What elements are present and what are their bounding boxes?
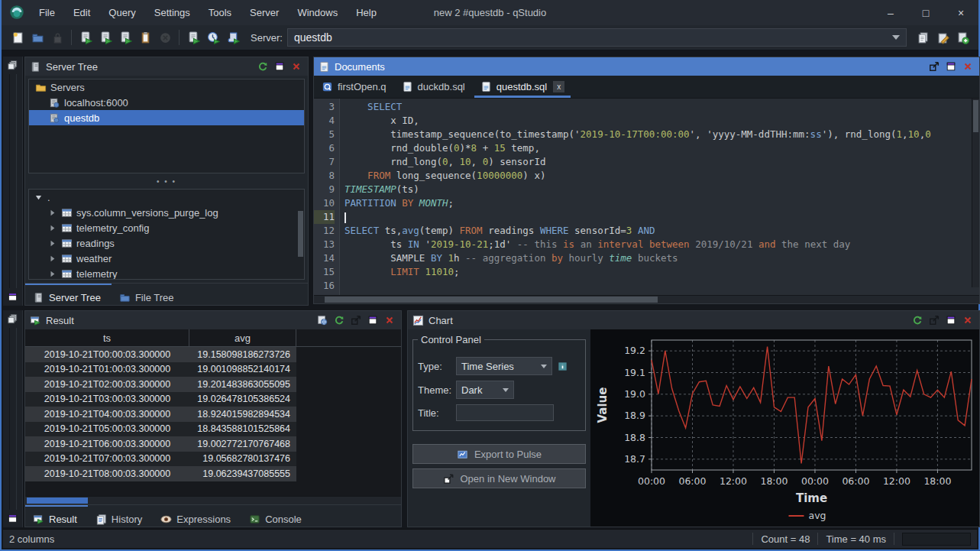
- code-line: TIMESTAMP(ts): [344, 183, 979, 196]
- stack-icon[interactable]: [7, 60, 18, 71]
- toolbar-button-doc-run[interactable]: [76, 28, 95, 47]
- table-row[interactable]: 2019-10-21T00:00:03.30000019.15809818627…: [25, 347, 296, 362]
- sidebar-tab-file-tree[interactable]: File Tree: [112, 284, 185, 306]
- panel-refresh-button[interactable]: [910, 313, 924, 327]
- menu-edit[interactable]: Edit: [65, 4, 99, 21]
- tree-node-server-localhost-6000[interactable]: localhost:6000: [29, 95, 304, 110]
- doc-run-icon: [119, 31, 132, 44]
- tree-scrollbar-thumb[interactable]: [298, 211, 303, 257]
- panel-maximize-button[interactable]: [944, 313, 958, 327]
- toolbar-button-doc-run[interactable]: [115, 28, 135, 47]
- tree-node-table-weather[interactable]: weather: [29, 251, 304, 266]
- toolbar-right-buttons: [913, 28, 972, 47]
- tree-node-table-readings[interactable]: readings: [29, 235, 304, 251]
- menu-settings[interactable]: Settings: [146, 4, 199, 21]
- menu-query[interactable]: Query: [100, 4, 144, 21]
- tree-node-table-telemetry[interactable]: telemetry: [29, 266, 304, 280]
- info-icon[interactable]: [557, 361, 568, 372]
- tree-node-servers[interactable]: Servers: [29, 79, 304, 95]
- tree-node-table-telemetry-config[interactable]: telemetry_config: [29, 220, 304, 235]
- toolbar-button-doc-run[interactable]: [95, 28, 115, 47]
- tab-close-icon[interactable]: x: [553, 81, 564, 92]
- tree-node-namespace[interactable]: .: [29, 190, 304, 205]
- column-header-ts[interactable]: ts: [25, 329, 189, 346]
- panel-close-button[interactable]: [961, 313, 975, 327]
- bottom-tab-result[interactable]: Result: [25, 505, 88, 528]
- document-tab-duckdb-sql[interactable]: duckdb.sql: [394, 76, 473, 98]
- menu-file[interactable]: File: [31, 4, 63, 21]
- stack-icon[interactable]: [7, 313, 18, 325]
- toolbar-button-clock-run[interactable]: [203, 28, 223, 47]
- table-row[interactable]: 2019-10-21T04:00:03.30000018.92401598289…: [25, 407, 296, 422]
- book-icon: [30, 61, 41, 73]
- panel-maximize-button[interactable]: [366, 313, 380, 327]
- table-row[interactable]: 2019-10-21T06:00:03.30000019.00277217076…: [25, 436, 296, 452]
- tree-node-server-questdb[interactable]: questdb: [29, 110, 304, 125]
- bottom-tab-history[interactable]: History: [88, 505, 153, 528]
- panel-close-button[interactable]: [383, 313, 396, 327]
- result-icon: [30, 315, 41, 326]
- open-in-new-window-button[interactable]: Open in New Window: [412, 468, 586, 488]
- document-tab-firstOpen-q[interactable]: firstOpen.q: [314, 76, 394, 98]
- window-small-icon[interactable]: [7, 513, 18, 524]
- toolbar-button-add-server[interactable]: [953, 28, 972, 47]
- menu-windows[interactable]: Windows: [289, 4, 346, 21]
- close-button[interactable]: ×: [943, 7, 978, 19]
- editor-hscrollbar-thumb[interactable]: [325, 297, 658, 303]
- editor-hscrollbar[interactable]: [314, 295, 979, 303]
- table-row[interactable]: 2019-10-21T02:00:03.30000019.20148386305…: [25, 377, 296, 392]
- chart-title-input[interactable]: [456, 404, 554, 421]
- toolbar-button-save[interactable]: [47, 28, 67, 47]
- toolbar-button-new-file[interactable]: [8, 28, 27, 47]
- toolbar-button-script-run[interactable]: [223, 28, 243, 47]
- minimize-button[interactable]: –: [873, 7, 908, 19]
- toolbar-button-copy-server[interactable]: [913, 28, 933, 47]
- toolbar-button-edit-server[interactable]: [933, 28, 953, 47]
- window-small-icon[interactable]: [7, 291, 18, 303]
- result-hscrollbar-thumb[interactable]: [27, 498, 88, 504]
- table-row[interactable]: 2019-10-21T03:00:03.30000019.02647810538…: [25, 392, 296, 407]
- menu-help[interactable]: Help: [348, 4, 385, 21]
- table-row[interactable]: 2019-10-21T07:00:03.30000019.05682780137…: [25, 452, 296, 467]
- panel-globe-save-button[interactable]: [315, 313, 329, 327]
- result-hscrollbar[interactable]: [25, 496, 401, 504]
- table-row[interactable]: 2019-10-21T08:00:03.30000019.06239437085…: [25, 466, 296, 481]
- panel-refresh-button[interactable]: [332, 313, 346, 327]
- tree-splitter-handle[interactable]: • • •: [25, 177, 308, 186]
- toolbar-button-doc-run[interactable]: [183, 28, 203, 47]
- editor-vscrollbar-thumb[interactable]: [973, 100, 978, 132]
- toolbar-button-clipboard[interactable]: [135, 28, 155, 47]
- panel-close-button[interactable]: [961, 60, 975, 73]
- chart-theme-select[interactable]: Dark: [456, 381, 514, 399]
- menu-server[interactable]: Server: [241, 4, 287, 21]
- panel-maximize-button[interactable]: [944, 60, 958, 73]
- bottom-tab-console[interactable]: Console: [241, 505, 312, 528]
- panel-close-button[interactable]: [289, 60, 303, 73]
- chart-type-select[interactable]: Time Series: [456, 357, 552, 375]
- menu-tools[interactable]: Tools: [200, 4, 240, 21]
- tree-node-table-sys-column-versions-purge-log[interactable]: sys.column_versions_purge_log: [29, 205, 304, 220]
- toolbar-button-open-folder[interactable]: [27, 28, 47, 47]
- editor-vscrollbar[interactable]: [972, 99, 979, 287]
- maximize-button[interactable]: □: [908, 7, 943, 19]
- server-combobox[interactable]: questdb: [287, 28, 907, 47]
- export-to-pulse-button[interactable]: Export to Pulse: [412, 444, 586, 464]
- sidebar-tab-server-tree[interactable]: Server Tree: [25, 284, 112, 306]
- column-header-avg[interactable]: avg: [189, 329, 296, 346]
- code-editor[interactable]: 345678910111213141516 SELECT x ID, times…: [314, 99, 979, 295]
- panel-refresh-button[interactable]: [256, 60, 270, 73]
- result-table[interactable]: tsavg2019-10-21T00:00:03.30000019.158098…: [25, 329, 401, 496]
- table-row[interactable]: 2019-10-21T01:00:03.30000019.00109885214…: [25, 362, 296, 378]
- chevron-down-icon: [503, 388, 509, 392]
- bottom-tab-expressions[interactable]: Expressions: [153, 505, 241, 528]
- panel-popout-button[interactable]: [349, 313, 363, 327]
- panel-maximize-button[interactable]: [273, 60, 286, 73]
- menu-bar: FileEditQuerySettingsToolsServerWindowsH…: [31, 4, 385, 21]
- toolbar-button-stop[interactable]: [155, 28, 175, 47]
- chart-theme-value: Dark: [461, 384, 482, 396]
- editor-code[interactable]: SELECT x ID, timestamp_sequence(to_times…: [340, 99, 979, 295]
- panel-popout-button[interactable]: [927, 313, 941, 327]
- panel-popout-button[interactable]: [927, 60, 941, 73]
- table-row[interactable]: 2019-10-21T05:00:03.30000018.84358810152…: [25, 422, 296, 437]
- document-tab-questdb-sql[interactable]: questdb.sqlx: [473, 76, 573, 98]
